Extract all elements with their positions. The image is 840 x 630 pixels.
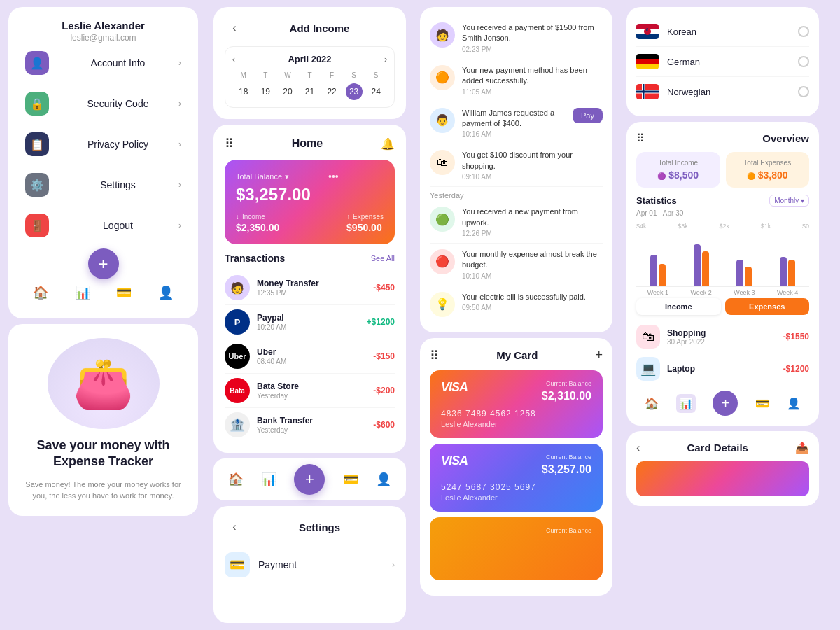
cal-day-20[interactable]: 20 [276,83,299,100]
norwegian-radio[interactable] [798,86,809,97]
notif-text-4: You received a new payment from upwork. [462,206,603,228]
notif-text-1: Your new payment method has been added s… [462,65,603,87]
trans-amount: -$600 [373,420,395,430]
calendar-nav: ‹ April 2022 › [232,54,387,64]
transactions-header: Transactions See All [225,253,395,264]
mycard-title: My Card [496,349,538,361]
settings-back-button[interactable]: ‹ [225,517,244,537]
nav-card-icon[interactable]: 💳 [116,285,132,300]
nav-profile-icon-2[interactable]: 👤 [376,472,391,487]
trans-amount: -$150 [373,351,395,361]
menu-item-account-info[interactable]: 👤 Account Info › [20,43,187,83]
home-fab-button[interactable]: + [294,464,325,495]
dots-menu-icon[interactable]: ⠿ [225,136,234,151]
trans-info-money-transfer: Money Transfer 12:35 PM [257,279,373,297]
back-button[interactable]: ‹ [225,18,244,38]
cal-day-18[interactable]: 18 [232,83,255,100]
nav-chart-icon[interactable]: 📊 [75,285,90,300]
pay-button[interactable]: Pay [573,108,603,123]
settings-title: Settings [244,522,395,533]
add-income-header: ‹ Add Income [225,18,395,38]
notif-time-1: 11:05 AM [462,88,603,96]
shopping-icon: 🛍 [636,325,660,349]
svg-rect-5 [636,59,659,64]
visa-balance-label-1: Current Balance [546,380,592,387]
nav-home-icon[interactable]: 🏠 [33,285,48,300]
visa-card-2: VISA Current Balance $3,257.00 5247 5687… [430,444,603,512]
expenses-tab-button[interactable]: Expenses [725,298,810,315]
monthly-filter-button[interactable]: Monthly ▾ [769,195,809,206]
privacy-policy-icon: 📋 [25,132,49,156]
cal-day-22[interactable]: 22 [321,83,343,100]
notif-text-2: William James requested a payment of $40… [462,108,566,130]
menu-item-privacy-policy[interactable]: 📋 Privacy Policy › [20,124,187,164]
cal-day-19[interactable]: 19 [255,83,277,100]
column-4: Korean German [620,0,826,630]
lang-item-norwegian[interactable]: Norwegian [636,77,809,106]
expense-label: ↑ Expenses [346,213,384,220]
expense-name-laptop: Laptop [667,364,783,374]
add-fab-button[interactable]: + [88,248,119,279]
day-label-m: M [232,70,255,80]
total-expenses-label: Total Expenses [733,159,803,167]
column-1: Leslie Alexander leslie@gmail.com 👤 Acco… [0,0,206,630]
menu-item-settings[interactable]: ⚙️ Settings › [20,164,187,205]
expense-item-laptop: 💻 Laptop -$1200 [636,353,809,385]
home-nav-bar: 🏠 📊 + 💳 👤 [214,458,406,500]
add-card-button[interactable]: + [595,348,603,363]
notifications-card: 🧑 You received a payment of $1500 from S… [420,7,612,332]
expense-stat: ↑ Expenses $950.00 [346,213,384,233]
german-radio[interactable] [798,56,809,67]
overview-header: ⠿ Overview [636,132,809,145]
card-details-card: ‹ Card Details 📤 [626,431,819,506]
day-label-f: F [321,70,343,80]
calendar-next-button[interactable]: › [384,55,387,64]
mycard-header: ⠿ My Card + [430,348,603,363]
bell-icon[interactable]: 🔔 [381,137,395,150]
cal-day-21[interactable]: 21 [299,83,321,100]
home-header: ⠿ Home 🔔 [225,136,395,151]
notif-avatar-4: 🟢 [430,206,455,232]
cal-day-24[interactable]: 24 [365,83,387,100]
nav-home-icon-3[interactable]: 🏠 [645,397,659,410]
cal-day-23[interactable]: 23 [346,83,363,100]
nav-card-icon-3[interactable]: 💳 [755,397,769,410]
income-tab-button[interactable]: Income [636,298,721,315]
menu-label-settings: Settings [57,179,178,190]
overview-fab-button[interactable]: + [713,391,738,416]
see-all-button[interactable]: See All [371,254,395,262]
notif-body-0: You received a payment of $1500 from Smi… [462,22,603,53]
notif-text-6: Your electric bill is successfully paid. [462,292,603,302]
transactions-title: Transactions [225,253,285,264]
lang-item-korean[interactable]: Korean [636,17,809,47]
menu-item-security-code[interactable]: 🔒 Security Code › [20,83,187,124]
settings-payment-row[interactable]: 💳 Payment › [225,545,395,584]
trans-info-uber: Uber 08:40 AM [257,347,373,365]
nav-home-icon-2[interactable]: 🏠 [228,472,244,487]
laptop-icon: 💻 [636,357,660,381]
bar-income-week1 [650,255,657,286]
menu-list: 👤 Account Info › 🔒 Security Code › 📋 Pri… [20,43,187,246]
menu-item-logout[interactable]: 🚪 Logout › [20,205,187,246]
expense-info-shopping: Shopping 30 Apr 2022 [667,328,783,346]
nav-chart-icon-3[interactable]: 📊 [676,394,696,413]
korean-radio[interactable] [798,26,809,37]
overview-card: ⠿ Overview Total Income 🟣 $8,500 Total E… [626,122,819,426]
menu-label-logout: Logout [57,220,178,231]
expense-date-shopping: 30 Apr 2022 [667,338,783,346]
trans-name: Paypal [257,313,367,323]
nav-card-icon-2[interactable]: 💳 [343,472,358,487]
nav-profile-icon[interactable]: 👤 [158,285,174,300]
day-label-s2: S [365,70,387,80]
nav-profile-icon-3[interactable]: 👤 [787,397,801,410]
wallet-title: Save your money with Expense Tracker [22,438,184,470]
statistics-title: Statistics [636,195,677,206]
card-details-back-button[interactable]: ‹ [636,442,640,454]
lang-item-german[interactable]: German [636,47,809,77]
bar-expense-week3 [745,267,752,286]
day-label-t2: T [299,70,321,80]
nav-chart-icon-2[interactable]: 📊 [261,472,276,487]
calendar-prev-button[interactable]: ‹ [232,55,235,64]
trans-amount: -$450 [373,283,395,293]
menu-label-security-code: Security Code [57,98,178,109]
